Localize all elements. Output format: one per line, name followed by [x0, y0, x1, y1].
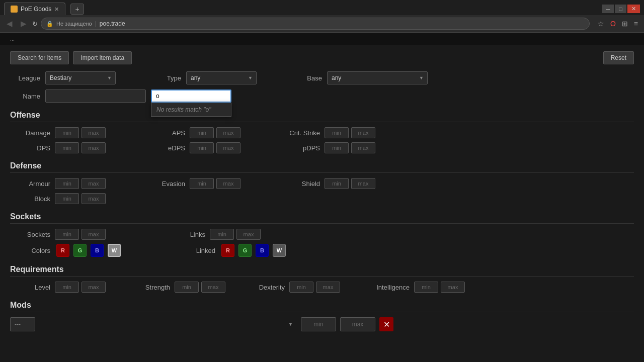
back-button[interactable]: ◀: [4, 18, 15, 29]
crit-min[interactable]: [325, 127, 349, 138]
shield-max[interactable]: [351, 178, 375, 189]
links-max[interactable]: [236, 229, 261, 240]
evasion-max[interactable]: [216, 178, 240, 189]
forward-button[interactable]: ▶: [18, 18, 29, 29]
top-nav: ...: [0, 33, 644, 45]
colors-label: Colors: [10, 247, 50, 254]
color-b-btn[interactable]: B: [91, 244, 104, 257]
league-select[interactable]: Bestiary Standard Hardcore: [45, 71, 116, 84]
type-select[interactable]: any Normal Magic Rare Unique: [186, 71, 257, 84]
url-protocol: Не защищено: [56, 21, 92, 27]
color-r-btn[interactable]: R: [56, 244, 69, 257]
color-w-btn[interactable]: W: [108, 244, 121, 257]
armour-min[interactable]: [55, 178, 79, 189]
tab-close-btn[interactable]: ✕: [54, 6, 59, 13]
name-input[interactable]: [45, 89, 146, 103]
edps-min[interactable]: [190, 142, 214, 153]
offense-header: Offense: [10, 111, 634, 122]
pdps-item: pDPS: [280, 142, 380, 153]
edps-item: eDPS: [145, 142, 246, 153]
damage-min[interactable]: [55, 127, 79, 138]
league-type-row: League Bestiary Standard Hardcore Type a…: [10, 71, 634, 84]
pdps-label: pDPS: [280, 144, 320, 152]
pdps-max[interactable]: [351, 142, 375, 153]
strength-max[interactable]: [201, 282, 225, 293]
armour-label: Armour: [10, 180, 50, 188]
mod-max-input[interactable]: [340, 317, 375, 331]
sockets-min[interactable]: [55, 229, 79, 240]
color-g-btn[interactable]: G: [73, 244, 87, 257]
level-item: Level: [10, 282, 111, 293]
links-label: Links: [165, 231, 205, 238]
defense-row-2: Block: [10, 193, 634, 204]
tab-title: PoE Goods: [21, 6, 51, 13]
pdps-min[interactable]: [325, 142, 349, 153]
block-max[interactable]: [82, 193, 106, 204]
name-row: Name No results match "o": [10, 89, 634, 103]
damage-item: Damage: [10, 127, 111, 138]
new-tab-button[interactable]: +: [70, 4, 84, 15]
minimize-btn[interactable]: ─: [602, 5, 614, 13]
intelligence-max[interactable]: [441, 282, 465, 293]
league-select-wrapper: Bestiary Standard Hardcore: [45, 71, 116, 84]
linked-r-btn[interactable]: R: [221, 244, 234, 257]
search-items-button[interactable]: Search for items: [10, 51, 69, 64]
evasion-min[interactable]: [190, 178, 214, 189]
mod-select[interactable]: ---: [10, 317, 35, 331]
shield-min[interactable]: [325, 178, 349, 189]
bookmark-btn[interactable]: ☆: [596, 19, 606, 29]
dexterity-min[interactable]: [289, 282, 313, 293]
address-bar[interactable]: 🔒 Не защищено | poe.trade: [41, 18, 590, 30]
autocomplete-input[interactable]: [151, 89, 231, 103]
mod-min-input[interactable]: [301, 317, 336, 331]
dexterity-label: Dexterity: [250, 284, 285, 291]
block-min[interactable]: [55, 193, 79, 204]
base-select[interactable]: any: [327, 71, 428, 84]
toolbar-left: Search for items Import item data: [10, 51, 132, 64]
maximize-btn[interactable]: □: [615, 5, 626, 13]
armour-max[interactable]: [82, 178, 106, 189]
menu-btn[interactable]: ≡: [632, 19, 640, 29]
evasion-item: Evasion: [145, 178, 246, 189]
damage-max[interactable]: [82, 127, 106, 138]
dps-label: DPS: [10, 144, 50, 152]
base-select-wrapper: any: [327, 71, 428, 84]
sockets-max[interactable]: [82, 229, 106, 240]
defense-header: Defense: [10, 161, 634, 173]
level-min[interactable]: [55, 282, 79, 293]
base-label: Base: [292, 74, 322, 82]
evasion-label: Evasion: [145, 180, 185, 188]
aps-label: APS: [145, 129, 185, 137]
reset-button[interactable]: Reset: [603, 51, 634, 64]
crit-max[interactable]: [351, 127, 375, 138]
active-tab[interactable]: PoE Goods ✕: [4, 3, 65, 15]
mod-delete-btn[interactable]: ✕: [379, 317, 393, 331]
sockets-header: Sockets: [10, 212, 634, 224]
import-item-button[interactable]: Import item data: [73, 51, 132, 64]
autocomplete-container: No results match "o": [151, 89, 231, 103]
mods-header: Mods: [10, 301, 634, 312]
block-label: Block: [10, 195, 50, 203]
refresh-button[interactable]: ↻: [32, 20, 38, 28]
strength-min[interactable]: [175, 282, 199, 293]
close-btn[interactable]: ✕: [627, 5, 640, 13]
extensions-btn[interactable]: ⊞: [620, 19, 630, 29]
level-max[interactable]: [82, 282, 106, 293]
dps-min[interactable]: [55, 142, 79, 153]
dps-max[interactable]: [82, 142, 106, 153]
linked-b-btn[interactable]: B: [256, 244, 269, 257]
linked-w-btn[interactable]: W: [273, 244, 286, 257]
dexterity-max[interactable]: [316, 282, 340, 293]
aps-min[interactable]: [190, 127, 214, 138]
aps-item: APS: [145, 127, 246, 138]
browser-chrome: PoE Goods ✕ + ─ □ ✕ ◀ ▶ ↻ 🔒 Не защищено …: [0, 0, 644, 33]
linked-g-btn[interactable]: G: [238, 244, 252, 257]
aps-max[interactable]: [216, 127, 240, 138]
intelligence-min[interactable]: [414, 282, 438, 293]
edps-max[interactable]: [216, 142, 240, 153]
league-label: League: [10, 74, 40, 82]
opera-btn[interactable]: O: [608, 19, 618, 29]
links-min[interactable]: [210, 229, 234, 240]
shield-label: Shield: [280, 180, 320, 188]
level-label: Level: [10, 284, 50, 291]
